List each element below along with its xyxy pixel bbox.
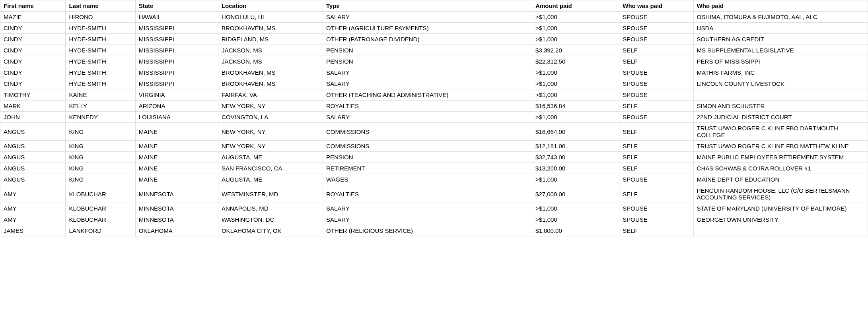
cell-who-was-paid[interactable]: SPOUSE (619, 34, 693, 45)
col-header-location[interactable]: Location (218, 0, 323, 12)
cell-type[interactable]: OTHER (PATRONAGE DIVIDEND) (323, 34, 532, 45)
cell-last-name[interactable]: LANKFORD (66, 225, 135, 236)
cell-last-name[interactable]: KING (66, 174, 135, 185)
cell-amount-paid[interactable]: $16,664.00 (532, 123, 619, 141)
cell-who-was-paid[interactable]: SPOUSE (619, 112, 693, 123)
cell-amount-paid[interactable]: >$1,000 (532, 78, 619, 89)
cell-who-paid[interactable]: PERS OF MISSISSIPPI (693, 56, 868, 67)
cell-state[interactable]: MISSISSIPPI (135, 78, 218, 89)
cell-who-paid[interactable] (693, 89, 868, 101)
cell-type[interactable]: RETIREMENT (323, 163, 532, 174)
cell-location[interactable]: NEW YORK, NY (218, 123, 323, 141)
table-row[interactable]: CINDYHYDE-SMITHMISSISSIPPIBROOKHAVEN, MS… (0, 67, 868, 78)
cell-last-name[interactable]: KLOBUCHAR (66, 214, 135, 225)
cell-who-paid[interactable]: TRUST U/W/O ROGER C KLINE FBO DARTMOUTH … (693, 123, 868, 141)
cell-state[interactable]: MISSISSIPPI (135, 67, 218, 78)
cell-amount-paid[interactable]: >$1,000 (532, 203, 619, 214)
table-row[interactable]: CINDYHYDE-SMITHMISSISSIPPIJACKSON, MSPEN… (0, 45, 868, 56)
cell-first-name[interactable]: CINDY (0, 23, 66, 34)
table-row[interactable]: ANGUSKINGMAINENEW YORK, NYCOMMISSIONS$16… (0, 123, 868, 141)
cell-location[interactable]: FAIRFAX, VA (218, 89, 323, 101)
cell-type[interactable]: SALARY (323, 214, 532, 225)
cell-who-paid[interactable]: TRUST U/W/O ROGER C KLINE FBO MATTHEW KL… (693, 141, 868, 152)
cell-last-name[interactable]: KING (66, 123, 135, 141)
cell-first-name[interactable]: CINDY (0, 78, 66, 89)
cell-location[interactable]: AUGUSTA, ME (218, 174, 323, 185)
cell-who-was-paid[interactable]: SELF (619, 45, 693, 56)
cell-type[interactable]: SALARY (323, 67, 532, 78)
cell-last-name[interactable]: KLOBUCHAR (66, 203, 135, 214)
cell-type[interactable]: OTHER (TEACHING AND ADMINISTRATIVE) (323, 89, 532, 101)
cell-type[interactable]: OTHER (RELIGIOUS SERVICE) (323, 225, 532, 236)
col-header-last-name[interactable]: Last name (66, 0, 135, 12)
cell-state[interactable]: MAINE (135, 123, 218, 141)
cell-who-paid[interactable]: USDA (693, 23, 868, 34)
table-row[interactable]: AMYKLOBUCHARMINNESOTAWESTMINSTER, MDROYA… (0, 185, 868, 203)
col-header-type[interactable]: Type (323, 0, 532, 12)
cell-who-paid[interactable]: MAINE DEPT OF EDUCATION (693, 174, 868, 185)
cell-amount-paid[interactable]: >$1,000 (532, 23, 619, 34)
cell-first-name[interactable]: ANGUS (0, 174, 66, 185)
table-row[interactable]: ANGUSKINGMAINENEW YORK, NYCOMMISSIONS$12… (0, 141, 868, 152)
cell-who-was-paid[interactable]: SPOUSE (619, 174, 693, 185)
cell-first-name[interactable]: MAZIE (0, 12, 66, 23)
cell-state[interactable]: MISSISSIPPI (135, 34, 218, 45)
col-header-state[interactable]: State (135, 0, 218, 12)
cell-who-paid[interactable]: OSHIMA, ITOMURA & FUJIMOTO, AAL, ALC (693, 12, 868, 23)
cell-type[interactable]: SALARY (323, 112, 532, 123)
cell-type[interactable]: SALARY (323, 12, 532, 23)
cell-amount-paid[interactable]: >$1,000 (532, 67, 619, 78)
cell-state[interactable]: MINNESOTA (135, 185, 218, 203)
cell-state[interactable]: MAINE (135, 174, 218, 185)
cell-first-name[interactable]: ANGUS (0, 141, 66, 152)
cell-who-was-paid[interactable]: SPOUSE (619, 89, 693, 101)
cell-amount-paid[interactable]: $22,312.50 (532, 56, 619, 67)
cell-type[interactable]: SALARY (323, 78, 532, 89)
cell-type[interactable]: WAGES (323, 174, 532, 185)
cell-amount-paid[interactable]: $32,743.00 (532, 152, 619, 163)
cell-who-was-paid[interactable]: SPOUSE (619, 12, 693, 23)
table-row[interactable]: MAZIEHIRONOHAWAIIHONOLULU, HISALARY>$1,0… (0, 12, 868, 23)
cell-last-name[interactable]: KING (66, 163, 135, 174)
cell-last-name[interactable]: HYDE-SMITH (66, 45, 135, 56)
cell-who-was-paid[interactable]: SELF (619, 152, 693, 163)
table-row[interactable]: ANGUSKINGMAINEAUGUSTA, MEWAGES>$1,000SPO… (0, 174, 868, 185)
cell-amount-paid[interactable]: >$1,000 (532, 34, 619, 45)
cell-state[interactable]: LOUISIANA (135, 112, 218, 123)
cell-who-paid[interactable]: SIMON AND SCHUSTER (693, 101, 868, 112)
cell-first-name[interactable]: CINDY (0, 67, 66, 78)
cell-last-name[interactable]: HYDE-SMITH (66, 34, 135, 45)
col-header-amount-paid[interactable]: Amount paid (532, 0, 619, 12)
cell-state[interactable]: OKLAHOMA (135, 225, 218, 236)
cell-last-name[interactable]: HYDE-SMITH (66, 23, 135, 34)
cell-who-was-paid[interactable]: SPOUSE (619, 78, 693, 89)
cell-location[interactable]: RIDGELAND, MS (218, 34, 323, 45)
table-row[interactable]: JAMESLANKFORDOKLAHOMAOKLAHOMA CITY, OKOT… (0, 225, 868, 236)
cell-first-name[interactable]: AMY (0, 214, 66, 225)
cell-last-name[interactable]: KING (66, 152, 135, 163)
cell-type[interactable]: PENSION (323, 152, 532, 163)
cell-location[interactable]: BROOKHAVEN, MS (218, 23, 323, 34)
cell-who-was-paid[interactable]: SPOUSE (619, 203, 693, 214)
cell-state[interactable]: MAINE (135, 152, 218, 163)
cell-location[interactable]: JACKSON, MS (218, 56, 323, 67)
cell-location[interactable]: SAN FRANCISCO, CA (218, 163, 323, 174)
table-row[interactable]: CINDYHYDE-SMITHMISSISSIPPIBROOKHAVEN, MS… (0, 23, 868, 34)
col-header-who-was-paid[interactable]: Who was paid (619, 0, 693, 12)
cell-amount-paid[interactable]: $1,000.00 (532, 225, 619, 236)
cell-location[interactable]: WASHINGTON, DC (218, 214, 323, 225)
cell-who-paid[interactable]: CHAS SCHWAB & CO IRA ROLLOVER #1 (693, 163, 868, 174)
cell-who-paid[interactable]: PENGUIN RANDOM HOUSE, LLC (C/O BERTELSMA… (693, 185, 868, 203)
cell-state[interactable]: VIRGINIA (135, 89, 218, 101)
table-row[interactable]: CINDYHYDE-SMITHMISSISSIPPIJACKSON, MSPEN… (0, 56, 868, 67)
cell-type[interactable]: COMMISSIONS (323, 141, 532, 152)
cell-state[interactable]: MISSISSIPPI (135, 56, 218, 67)
cell-location[interactable]: NEW YORK, NY (218, 141, 323, 152)
cell-type[interactable]: OTHER (AGRICULTURE PAYMENTS) (323, 23, 532, 34)
cell-state[interactable]: MISSISSIPPI (135, 23, 218, 34)
table-row[interactable]: JOHNKENNEDYLOUISIANACOVINGTON, LASALARY>… (0, 112, 868, 123)
cell-who-paid[interactable]: SOUTHERN AG CREDIT (693, 34, 868, 45)
cell-who-was-paid[interactable]: SELF (619, 141, 693, 152)
cell-location[interactable]: NEW YORK, NY (218, 101, 323, 112)
cell-who-was-paid[interactable]: SPOUSE (619, 67, 693, 78)
